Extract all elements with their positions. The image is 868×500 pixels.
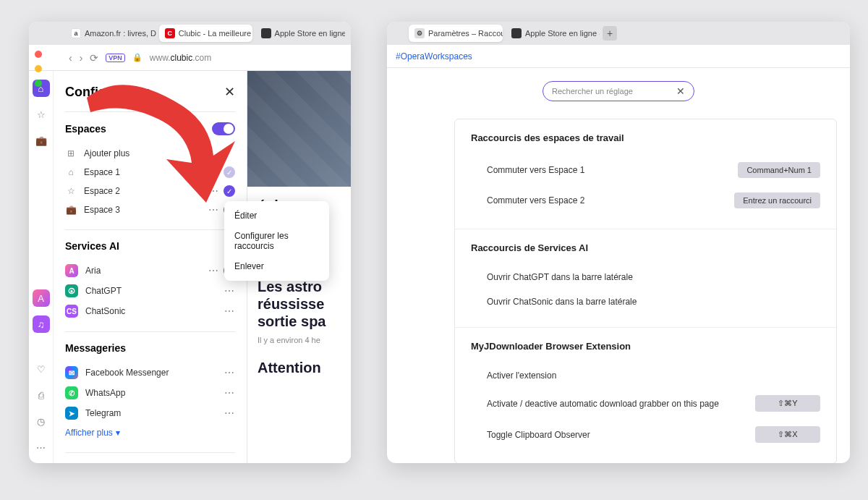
edit-menu-item[interactable]: Éditer (224, 205, 329, 226)
shortcut-row: Commuter vers Espace 2 Entrez un raccour… (471, 185, 820, 216)
address-bar[interactable]: #OperaWorkspaces (387, 45, 850, 68)
shortcut-label: Commuter vers Espace 1 (487, 165, 584, 175)
apple-favicon (261, 28, 271, 38)
more-icon[interactable]: ⋯ (224, 367, 235, 378)
more-icon[interactable]: ⋯ (208, 204, 219, 216)
ai-service-item[interactable]: ⦿ ChatGPT ⋯ (65, 281, 235, 301)
more-icon[interactable]: ⋯ (33, 438, 50, 456)
settings-search-input[interactable]: Rechercher un réglage ✕ (542, 81, 694, 101)
whatsapp-item[interactable]: ✆ WhatsApp ⋯ (65, 383, 235, 403)
messaging-heading: Messageries (65, 342, 126, 354)
shortcut-row: Activate / deactive automatic download g… (471, 388, 820, 419)
ai-service-item[interactable]: A Aria ⋯✓ (65, 260, 235, 281)
close-icon[interactable]: ✕ (224, 84, 235, 100)
configure-shortcuts-menu-item[interactable]: Configurer les raccourcis (224, 226, 329, 256)
tab-label: Apple Store en ligne - A (275, 29, 345, 38)
forward-button[interactable]: › (80, 52, 83, 64)
shortcut-value-button[interactable]: Command+Num 1 (738, 162, 820, 178)
espace-label: Espace 3 (84, 205, 120, 215)
url-fragment: #OperaWorkspaces (396, 51, 472, 62)
article-title[interactable]: Attention (258, 359, 341, 376)
briefcase-outline-icon: 💼 (65, 204, 77, 216)
more-icon[interactable]: ⋯ (224, 305, 235, 317)
configuration-panel: Configuration ✕ Espaces ⊞ Ajouter plus ⌂… (54, 71, 247, 463)
article-image (247, 71, 351, 187)
clock-icon[interactable]: ◷ (33, 412, 50, 430)
shortcut-row: Toggle Clipboard Observer ⇧⌘X (471, 419, 820, 450)
service-label: ChatGPT (85, 286, 122, 296)
remove-menu-item[interactable]: Enlever (224, 256, 329, 276)
shortcut-label: Commuter vers Espace 2 (487, 195, 584, 205)
article-title[interactable]: Les astro réussisse sortie spa (258, 278, 341, 330)
shortcut-label: Ouvrir ChatGPT dans la barre latérale (487, 272, 633, 282)
espace-label: Espace 2 (84, 186, 120, 196)
shortcut-value-button[interactable]: Entrez un raccourci (734, 192, 820, 208)
heart-icon[interactable]: ♡ (33, 360, 50, 378)
show-more-label: Afficher plus (65, 428, 113, 438)
ai-service-item[interactable]: CS ChatSonic ⋯ (65, 301, 235, 321)
amazon-favicon: a (71, 28, 81, 38)
telegram-item[interactable]: ➤ Telegram ⋯ (65, 403, 235, 423)
workspace-context-menu: Éditer Configurer les raccourcis Enlever (224, 201, 329, 281)
shortcut-label: Activer l'extension (487, 370, 556, 381)
more-icon[interactable]: ⋯ (208, 185, 219, 197)
espaces-toggle[interactable] (212, 122, 235, 135)
shortcut-group-heading: MyJDownloader Browser Extension (471, 341, 820, 352)
more-icon[interactable]: ⋯ (208, 265, 219, 276)
url-prefix: www. (150, 53, 171, 63)
shortcut-row: Commuter vers Espace 1 Command+Num 1 (471, 155, 820, 185)
whatsapp-icon: ✆ (65, 386, 78, 399)
clear-search-icon[interactable]: ✕ (676, 85, 685, 97)
tabs-bar: ⚙ Paramètres – Raccourcis Apple Store en… (387, 22, 850, 45)
add-more-label: Ajouter plus (84, 148, 129, 158)
new-tab-button[interactable]: + (603, 26, 617, 41)
back-button[interactable]: ‹ (69, 52, 72, 64)
tab-apple[interactable]: Apple Store en ligne - A (255, 25, 345, 42)
messenger-item[interactable]: ✉ Facebook Messenger ⋯ (65, 363, 235, 383)
maximize-window-button[interactable] (35, 80, 42, 87)
service-label: Telegram (85, 408, 121, 418)
sidebar-app-2[interactable]: ♫ (33, 315, 50, 333)
browser-sidebar: ⌂ ☆ 💼 A ♫ ♡ ⎙ ◷ ⋯ (29, 71, 54, 463)
traffic-lights (35, 51, 42, 87)
tab-amazon[interactable]: a Amazon.fr : livres, DVD, (65, 25, 156, 42)
tab-settings[interactable]: ⚙ Paramètres – Raccourcis (409, 25, 503, 42)
espace-item[interactable]: ⌂ Espace 1 ✓ (65, 163, 235, 182)
aria-icon: A (65, 264, 78, 277)
reload-button[interactable]: ⟳ (90, 52, 98, 64)
tabs-bar: a Amazon.fr : livres, DVD, C Clubic - La… (29, 22, 351, 45)
espace-label: Espace 1 (84, 167, 120, 177)
more-icon[interactable]: ⋯ (224, 285, 235, 297)
shortcut-label: Toggle Clipboard Observer (487, 430, 590, 440)
history-icon[interactable]: ⎙ (33, 386, 50, 404)
service-label: Facebook Messenger (85, 368, 169, 378)
tab-apple[interactable]: Apple Store en ligne - A (506, 25, 600, 42)
shortcut-group-heading: Raccourcis de Services AI (471, 242, 820, 253)
espace-item[interactable]: ☆ Espace 2 ⋯✓ (65, 182, 235, 200)
chevron-down-icon: ▾ (116, 428, 120, 438)
sidebar-app-1[interactable]: A (33, 289, 50, 307)
add-workspace-button[interactable]: ⊞ Ajouter plus (65, 144, 235, 163)
minimize-window-button[interactable] (35, 65, 42, 72)
star-outline-icon: ☆ (65, 185, 77, 197)
tab-label: Paramètres – Raccourcis (428, 29, 503, 38)
show-more-button[interactable]: Afficher plus ▾ (65, 423, 235, 442)
espace-item[interactable]: 💼 Espace 3 ⋯✓ (65, 200, 235, 219)
shortcut-value-button[interactable]: ⇧⌘Y (755, 395, 820, 412)
shortcut-row: Ouvrir ChatSonic dans la barre latérale (471, 289, 820, 314)
url-display[interactable]: www.clubic.com (150, 53, 211, 63)
shortcut-value-button[interactable]: ⇧⌘X (755, 426, 820, 443)
url-suffix: .com (192, 53, 211, 63)
gear-icon: ⚙ (414, 28, 425, 38)
check-icon: ✓ (224, 166, 235, 178)
briefcase-icon[interactable]: 💼 (33, 132, 50, 149)
close-window-button[interactable] (35, 51, 42, 58)
tab-clubic[interactable]: C Clubic - La meilleure sou (159, 25, 252, 42)
more-icon[interactable]: ⋯ (224, 387, 235, 399)
shortcut-row: Ouvrir ChatGPT dans la barre latérale (471, 265, 820, 289)
article-meta: Il y a environ 4 he (258, 336, 341, 344)
more-icon[interactable]: ⋯ (224, 407, 235, 419)
tab-label: Apple Store en ligne - A (525, 29, 600, 38)
vpn-badge[interactable]: VPN (106, 54, 125, 62)
star-icon[interactable]: ☆ (33, 106, 50, 123)
